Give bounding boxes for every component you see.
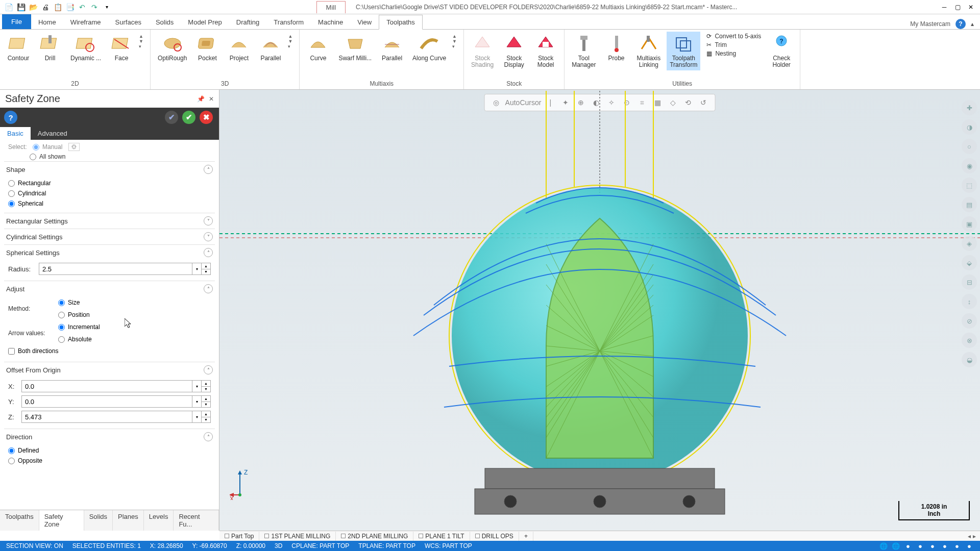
status-cplane[interactable]: CPLANE: PART TOP	[291, 542, 349, 549]
undo-icon[interactable]: ↶	[78, 3, 87, 12]
offset-x-input[interactable]	[22, 381, 192, 392]
drill-button[interactable]: Drill	[36, 32, 64, 64]
shape-rectangular[interactable]: Rectangular	[8, 178, 211, 188]
probe-button[interactable]: Probe	[602, 32, 631, 64]
select-all-shown-radio[interactable]	[30, 154, 36, 160]
arrow-incremental[interactable]: Incremental	[58, 322, 211, 332]
context-tab-mill[interactable]: Mill	[316, 1, 346, 13]
tab-file[interactable]: File	[2, 14, 31, 29]
tab-machine[interactable]: Machine	[311, 15, 350, 29]
arrow-absolute[interactable]: Absolute	[58, 334, 211, 344]
shape-spherical[interactable]: Spherical	[8, 198, 211, 209]
curve-button[interactable]: Curve	[304, 32, 332, 64]
shape-header[interactable]: Shape ˄	[4, 161, 215, 177]
status-section-view[interactable]: SECTION VIEW: ON	[6, 542, 63, 549]
3d-gallery-dropdown[interactable]: ▲▼▾	[288, 32, 295, 51]
help-icon[interactable]: ?	[955, 19, 966, 29]
both-directions-checkbox[interactable]: Both directions	[8, 344, 211, 358]
status-dot-icon[interactable]: ●	[928, 542, 937, 549]
print-icon[interactable]: 🖨	[41, 3, 50, 12]
chevron-up-icon[interactable]: ˄	[204, 432, 213, 441]
view-tool-icon[interactable]: ⊘	[962, 313, 977, 329]
view-tool-icon[interactable]: ⊟	[962, 274, 977, 290]
tab-toolpaths[interactable]: Toolpaths	[379, 15, 423, 30]
optirough-button[interactable]: OptiRough	[155, 32, 190, 64]
multiaxis-gallery-dropdown[interactable]: ▲▼▾	[452, 32, 459, 51]
viewport[interactable]: ◎ AutoCursor | ✦ ⊕ ◐ ✧ ⊙ ⌗ ▦ ◇ ⟲ ↺	[219, 90, 980, 531]
parallel-3d-button[interactable]: Parallel	[256, 32, 285, 64]
spinner[interactable]: ▲▼	[201, 396, 210, 407]
tool-manager-button[interactable]: Tool Manager	[569, 32, 599, 70]
chevron-down-icon[interactable]: ˅	[204, 232, 213, 241]
view-tool-icon[interactable]: ◈	[962, 236, 977, 251]
view-tool-icon[interactable]: ⊗	[962, 333, 977, 348]
dynamic-button[interactable]: Dynamic ...	[67, 32, 104, 64]
spinner[interactable]: ▲▼	[201, 411, 210, 422]
direction-header[interactable]: Direction ˄	[4, 429, 215, 444]
collapse-ribbon-icon[interactable]: ▴	[971, 20, 974, 28]
dropdown-icon[interactable]: ▾	[192, 396, 201, 407]
direction-opposite[interactable]: Opposite	[8, 456, 211, 466]
minimize-button[interactable]: ─	[938, 3, 950, 12]
view-tab-part-top[interactable]: Part Top	[219, 532, 259, 541]
view-tool-icon[interactable]: ◉	[962, 158, 977, 173]
spinner[interactable]: ▲▼	[201, 381, 210, 392]
new-file-icon[interactable]: 📄	[4, 3, 13, 12]
toolpath-transform-button[interactable]: Toolpath Transform	[667, 32, 700, 70]
panel-cancel-button[interactable]: ✖	[200, 111, 213, 124]
view-tool-icon[interactable]: ✚	[962, 100, 977, 115]
status-dot-icon[interactable]: ●	[952, 542, 962, 549]
panel-body[interactable]: Select:Manual ⯐ All shown Shape ˄ Rectan…	[0, 140, 219, 510]
direction-defined[interactable]: Defined	[8, 445, 211, 456]
copy-icon[interactable]: 📋	[53, 3, 62, 12]
view-tab-drill-ops[interactable]: DRILL OPS	[470, 532, 519, 541]
project-button[interactable]: Project	[225, 32, 253, 64]
manager-tab-solids[interactable]: Solids	[84, 510, 113, 531]
status-globe-icon[interactable]: 🌐	[891, 542, 900, 549]
view-tool-icon[interactable]: ▣	[962, 216, 977, 232]
trim-button[interactable]: ✂Trim	[706, 41, 761, 48]
subtab-advanced[interactable]: Advanced	[31, 127, 75, 140]
method-position[interactable]: Position	[58, 310, 211, 320]
face-button[interactable]: Face	[107, 32, 136, 64]
panel-back-button[interactable]: ✔	[165, 111, 178, 124]
tab-transform[interactable]: Transform	[266, 15, 311, 29]
manager-tab-planes[interactable]: Planes	[113, 510, 144, 531]
tab-drafting[interactable]: Drafting	[229, 15, 267, 29]
multiaxis-linking-button[interactable]: Multiaxis Linking	[634, 32, 664, 70]
dropdown-icon[interactable]: ▾	[192, 381, 201, 392]
view-tool-icon[interactable]: ◑	[962, 119, 977, 135]
chevron-down-icon[interactable]: ˅	[204, 216, 213, 226]
dropdown-icon[interactable]: ▾	[192, 411, 201, 422]
status-dot-icon[interactable]: ●	[903, 542, 913, 549]
view-tab-2nd-plane[interactable]: 2ND PLANE MILLING	[336, 532, 413, 541]
select-manual-row[interactable]: Select:Manual ⯐	[4, 142, 215, 152]
tab-surfaces[interactable]: Surfaces	[108, 15, 149, 29]
paste-icon[interactable]: 📑	[65, 3, 75, 12]
radius-dropdown[interactable]: ▾	[192, 263, 201, 274]
redo-icon[interactable]: ↷	[90, 3, 99, 12]
spherical-settings-header[interactable]: Spherical Settings ˄	[4, 244, 215, 260]
tab-modelprep[interactable]: Model Prep	[181, 15, 229, 29]
status-dot-icon[interactable]: ●	[916, 542, 925, 549]
view-tab-add[interactable]: +	[519, 532, 533, 541]
my-mastercam-link[interactable]: My Mastercam	[910, 20, 950, 28]
stock-model-button[interactable]: Stock Model	[531, 32, 560, 70]
chevron-up-icon[interactable]: ˄	[204, 248, 213, 257]
tab-home[interactable]: Home	[31, 15, 63, 29]
tab-solids[interactable]: Solids	[149, 15, 181, 29]
close-button[interactable]: ✕	[965, 3, 977, 12]
stock-shading-button[interactable]: Stock Shading	[468, 32, 497, 70]
select-all-shown-row[interactable]: All shown	[4, 152, 215, 161]
qat-more-icon[interactable]: ▾	[102, 3, 111, 12]
swarf-milling-button[interactable]: Swarf Milli...	[335, 32, 375, 64]
manager-tab-levels[interactable]: Levels	[144, 510, 174, 531]
2d-gallery-dropdown[interactable]: ▲▼▾	[139, 32, 146, 51]
status-globe-icon[interactable]: 🌐	[879, 542, 888, 549]
view-tool-icon[interactable]: ▤	[962, 197, 977, 212]
status-dot-icon[interactable]: ●	[965, 542, 974, 549]
offset-header[interactable]: Offset From Origin ˄	[4, 362, 215, 378]
pin-icon[interactable]: 📌	[197, 95, 205, 103]
rectangular-settings-header[interactable]: Rectangular Settings ˅	[4, 213, 215, 229]
offset-z-input[interactable]	[22, 411, 192, 422]
